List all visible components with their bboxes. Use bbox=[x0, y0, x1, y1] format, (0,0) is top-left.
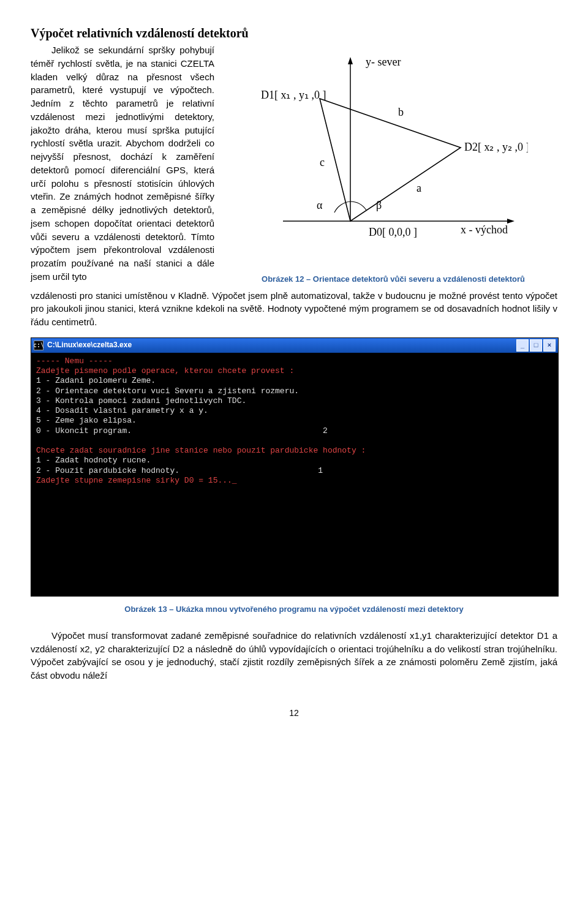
beta-label: β bbox=[376, 199, 382, 211]
side-a-label: a bbox=[417, 182, 421, 194]
d1-label: D1[ x₁ , y₁ ,0 ] bbox=[261, 89, 326, 101]
page-number: 12 bbox=[31, 707, 557, 719]
figure-12-caption: Obrázek 12 – Orientace detektorů vůči se… bbox=[229, 274, 557, 285]
intro-paragraph: Jelikož se sekundární spršky pohybují té… bbox=[31, 43, 214, 284]
intro-block: Jelikož se sekundární spršky pohybují té… bbox=[31, 43, 557, 285]
console-window: c:\ C:\Linux\exe\czelta3.exe _ □ × -----… bbox=[31, 337, 559, 597]
alpha-label: α bbox=[317, 199, 323, 211]
section-heading: Výpočet relativních vzdáleností detektor… bbox=[31, 24, 557, 42]
console-line: 5 - Zeme jako elipsa. bbox=[36, 416, 137, 425]
console-line: 0 - Ukoncit program. bbox=[36, 426, 132, 435]
console-line: Chcete zadat souradnice jine stanice neb… bbox=[36, 446, 366, 455]
svg-marker-3 bbox=[507, 219, 514, 224]
bottom-paragraph: Výpočet musí transformovat zadané zeměpi… bbox=[31, 629, 557, 682]
side-b-label: b bbox=[398, 106, 404, 118]
console-line: 1 - Zadat hodnoty rucne. bbox=[36, 456, 151, 465]
figure-12: y- sever x - východ D1[ x₁ , y₁ ,0 ] D2[… bbox=[229, 43, 557, 285]
y-axis-label: y- sever bbox=[366, 56, 401, 68]
figure-13-caption: Obrázek 13 – Ukázka mnou vytvořeného pro… bbox=[31, 604, 557, 616]
console-line: 4 - Dosadit vlastni parametry x a y. bbox=[36, 406, 208, 415]
console-input: 2 bbox=[323, 426, 328, 435]
console-line: Zadejte pismeno podle operace, kterou ch… bbox=[36, 366, 294, 375]
console-body: ----- Nemu ----- Zadejte pismeno podle o… bbox=[31, 353, 558, 596]
after-paragraph: vzdálenosti pro stanici umístěnou v Klad… bbox=[31, 289, 557, 329]
console-line: ----- Nemu ----- bbox=[36, 356, 113, 366]
d2-label: D2[ x₂ , y₂ ,0 ] bbox=[464, 141, 528, 153]
side-c-label: c bbox=[320, 156, 325, 168]
console-line: 2 - Pouzit pardubicke hodnoty. bbox=[36, 466, 179, 475]
geometry-diagram: y- sever x - východ D1[ x₁ , y₁ ,0 ] D2[… bbox=[258, 50, 528, 264]
console-input: 1 bbox=[318, 466, 323, 475]
cmd-icon: c:\ bbox=[34, 341, 43, 350]
close-button[interactable]: × bbox=[543, 339, 556, 352]
x-axis-label: x - východ bbox=[461, 224, 508, 236]
svg-marker-2 bbox=[348, 57, 353, 64]
svg-marker-4 bbox=[320, 99, 461, 221]
console-line: Zadejte stupne zemepisne sirky D0 = 15..… bbox=[36, 476, 237, 485]
d0-label: D0[ 0,0,0 ] bbox=[369, 226, 417, 238]
window-title: C:\Linux\exe\czelta3.exe bbox=[47, 340, 132, 350]
maximize-button[interactable]: □ bbox=[530, 339, 542, 352]
console-line: 2 - Orientace detektoru vuci Severu a zj… bbox=[36, 386, 299, 396]
minimize-button[interactable]: _ bbox=[516, 339, 529, 352]
titlebar: c:\ C:\Linux\exe\czelta3.exe _ □ × bbox=[31, 338, 558, 353]
console-line: 1 - Zadani polomeru Zeme. bbox=[36, 376, 156, 385]
console-line: 3 - Kontrola pomoci zadani jednotlivych … bbox=[36, 396, 246, 405]
